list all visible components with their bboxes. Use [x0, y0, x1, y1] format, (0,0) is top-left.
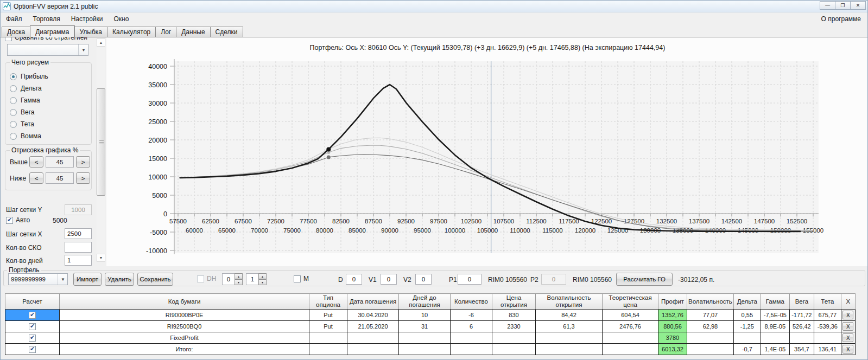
above-decrease-button[interactable]: < — [29, 156, 43, 168]
cell[interactable] — [687, 344, 734, 355]
below-increase-button[interactable]: > — [76, 172, 90, 184]
cell[interactable] — [347, 332, 399, 344]
calc-go-button[interactable]: Рассчитать ГО — [616, 273, 673, 286]
column-header-Расчет[interactable]: Расчет — [5, 294, 60, 310]
close-button[interactable]: ✕ — [850, 1, 866, 10]
cell[interactable]: 6013,32 — [658, 344, 687, 355]
cell[interactable]: 62,98 — [687, 321, 734, 332]
cell[interactable]: RI92500BQ0 — [60, 321, 309, 332]
row-delete-button[interactable]: X — [842, 345, 853, 353]
column-header-Количество[interactable]: Количество — [451, 294, 492, 310]
row-calc-cell[interactable] — [5, 310, 60, 321]
cell[interactable] — [451, 332, 492, 344]
column-header-Цена открытия[interactable]: Цена открытия — [492, 294, 536, 310]
account-combobox[interactable]: 9999999999 ▼ — [8, 273, 68, 285]
cell[interactable]: 21.05.2020 — [347, 321, 399, 332]
cell[interactable] — [761, 332, 789, 344]
cell[interactable] — [347, 344, 399, 355]
compare-strategy-checkbox[interactable]: Сравнить со стратегией — [5, 37, 87, 41]
radio-option-Гамма[interactable]: Гамма — [10, 97, 40, 104]
row-checkbox[interactable] — [29, 346, 36, 353]
below-value[interactable]: 45 — [46, 172, 74, 184]
cell[interactable]: 31 — [399, 321, 451, 332]
delete-button[interactable]: Удалить — [105, 273, 134, 286]
cell[interactable]: 77,07 — [687, 310, 734, 321]
radio-option-Вега[interactable]: Вега — [10, 108, 34, 116]
menu-item-about[interactable]: О программе — [815, 14, 867, 24]
column-header-Тип опциона[interactable]: Тип опциона — [309, 294, 347, 310]
cell[interactable] — [733, 332, 761, 344]
tab-Данные[interactable]: Данные — [176, 27, 210, 37]
save-button[interactable]: Сохранить — [137, 273, 173, 286]
cell[interactable]: -6 — [451, 310, 492, 321]
cell[interactable] — [603, 344, 658, 355]
radio-option-Вомма[interactable]: Вомма — [10, 132, 41, 140]
column-header-Тета[interactable]: Тета — [814, 294, 841, 310]
cell[interactable]: -0,7 — [733, 344, 761, 355]
cell[interactable]: -1,25 — [733, 321, 761, 332]
above-value[interactable]: 45 — [46, 156, 74, 168]
cell[interactable]: 3780 — [658, 332, 687, 344]
cell[interactable]: 830 — [492, 310, 536, 321]
dh-checkbox[interactable]: DH — [197, 275, 216, 282]
cell[interactable]: 6 — [451, 321, 492, 332]
m-checkbox[interactable]: M — [294, 275, 309, 282]
cell[interactable]: 2330 — [492, 321, 536, 332]
menu-item-Файл[interactable]: Файл — [1, 14, 28, 24]
cell[interactable] — [789, 332, 814, 344]
cell[interactable]: RI90000BP0E — [60, 310, 309, 321]
v1-input[interactable]: 0 — [381, 274, 397, 285]
profit-chart[interactable]: 4000035000300002500020000150001000050000… — [106, 37, 868, 266]
cell[interactable]: -539,36 — [814, 321, 841, 332]
below-decrease-button[interactable]: < — [29, 172, 43, 184]
spin-up-icon[interactable]: ▲ — [235, 273, 243, 279]
cell[interactable]: 8,9E-05 — [761, 321, 789, 332]
v2-input[interactable]: 0 — [415, 274, 432, 285]
column-header-Дней до погашения[interactable]: Дней до погашения — [399, 294, 451, 310]
row-checkbox[interactable] — [29, 323, 36, 330]
import-button[interactable]: Импорт — [73, 273, 102, 286]
scroll-down-icon[interactable]: ▼ — [97, 254, 105, 262]
spinner-2[interactable]: 1 ▲▼ — [246, 273, 267, 285]
column-header-Волатильность[interactable]: Волатильность — [687, 294, 734, 310]
cell[interactable]: 84,42 — [536, 310, 603, 321]
above-increase-button[interactable]: > — [76, 156, 90, 168]
tab-Сделки[interactable]: Сделки — [210, 27, 243, 37]
cell[interactable] — [309, 332, 347, 344]
row-delete-button[interactable]: X — [842, 322, 853, 331]
d-input[interactable]: 0 — [346, 274, 362, 285]
tab-Улыбка[interactable]: Улыбка — [74, 27, 108, 37]
cell[interactable] — [536, 332, 603, 344]
minimize-button[interactable]: — — [820, 1, 835, 10]
cell[interactable] — [536, 344, 603, 355]
cell[interactable]: Put — [309, 321, 347, 332]
row-delete-button[interactable]: X — [842, 311, 853, 319]
radio-option-Прибыль[interactable]: Прибыль — [10, 73, 48, 80]
cell[interactable]: 1,4E-05 — [761, 344, 789, 355]
menu-item-Окно[interactable]: Окно — [109, 14, 135, 24]
cell[interactable]: Итого: — [60, 344, 309, 355]
cell[interactable]: 136,41 — [814, 344, 841, 355]
column-header-Код бумаги[interactable]: Код бумаги — [60, 294, 309, 310]
cell[interactable] — [399, 344, 451, 355]
cell[interactable]: -171,72 — [789, 310, 814, 321]
cell[interactable] — [309, 344, 347, 355]
column-header-X[interactable]: X — [841, 294, 855, 310]
row-calc-cell[interactable] — [5, 321, 60, 332]
column-header-Профит[interactable]: Профит — [658, 294, 687, 310]
tab-Доска[interactable]: Доска — [2, 27, 30, 37]
radio-option-Тета[interactable]: Тета — [10, 120, 34, 128]
scroll-up-icon[interactable]: ▲ — [97, 38, 105, 47]
grid-x-input[interactable]: 2500 — [65, 228, 92, 239]
spinner-1[interactable]: 0 ▲▼ — [222, 273, 243, 285]
column-header-Вега[interactable]: Вега — [789, 294, 814, 310]
auto-checkbox[interactable]: Авто — [6, 216, 30, 224]
menu-item-Настройки[interactable]: Настройки — [66, 14, 109, 24]
row-checkbox[interactable] — [29, 312, 36, 319]
cell[interactable] — [492, 332, 536, 344]
row-checkbox[interactable] — [29, 335, 36, 342]
cell[interactable]: 2476,76 — [603, 321, 658, 332]
cell[interactable]: 0,55 — [733, 310, 761, 321]
cell[interactable]: 1352,76 — [658, 310, 687, 321]
tab-Лог[interactable]: Лог — [155, 27, 176, 37]
